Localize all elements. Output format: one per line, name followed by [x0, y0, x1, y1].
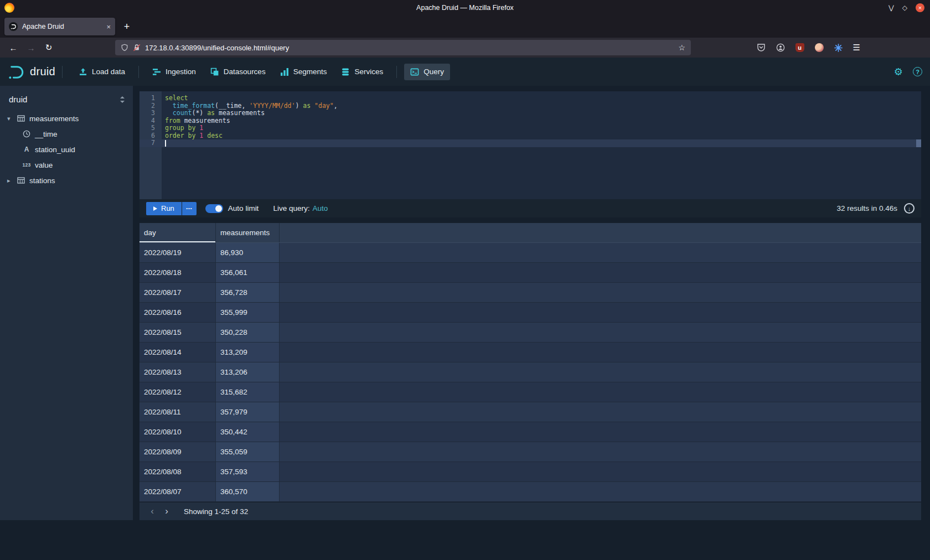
column-header-measurements[interactable]: measurements	[216, 223, 280, 242]
live-query-label: Live query:	[273, 204, 309, 212]
druid-brand[interactable]: druid	[8, 64, 55, 80]
cell-measurements[interactable]: 313,206	[216, 362, 280, 382]
cell-measurements[interactable]: 350,228	[216, 323, 280, 342]
tree-item-value[interactable]: 123value	[0, 157, 133, 173]
cell-measurements[interactable]: 86,930	[216, 243, 280, 262]
druid-favicon	[9, 22, 18, 31]
cell-measurements[interactable]: 356,061	[216, 263, 280, 282]
cell-day[interactable]: 2022/08/08	[140, 462, 216, 481]
tree-item-label: __time	[35, 130, 58, 138]
cell-measurements[interactable]: 315,682	[216, 382, 280, 402]
new-tab-button[interactable]: +	[118, 18, 135, 35]
url-bar[interactable]: 172.18.0.4:30899/unified-console.html#qu…	[115, 40, 691, 55]
double-caret-vertical-icon[interactable]	[120, 96, 125, 103]
column-header-day[interactable]: day	[140, 223, 216, 242]
cell-day[interactable]: 2022/08/10	[140, 422, 216, 442]
cell-measurements[interactable]: 356,728	[216, 283, 280, 302]
cell-measurements[interactable]: 355,999	[216, 303, 280, 322]
tracking-protection-shield-icon[interactable]	[121, 44, 128, 51]
window-titlebar: Apache Druid — Mozilla Firefox ⋁ ◇ ×	[0, 0, 930, 15]
profile-avatar[interactable]	[815, 43, 824, 52]
code-line: count(*) as measurements	[162, 110, 921, 117]
run-bar: Run ••• Auto limit Live query: Auto 32 r…	[140, 199, 921, 217]
tree-item-measurements[interactable]: ▾measurements	[0, 111, 133, 126]
row-filler	[280, 343, 921, 362]
cell-day[interactable]: 2022/08/11	[140, 402, 216, 422]
prev-page-button[interactable]: ‹	[145, 504, 159, 518]
pocket-icon[interactable]	[757, 43, 766, 52]
window-title: Apache Druid — Mozilla Firefox	[416, 4, 514, 12]
url-text[interactable]: 172.18.0.4:30899/unified-console.html#qu…	[145, 44, 674, 52]
cell-day[interactable]: 2022/08/07	[140, 482, 216, 501]
nav-item-ingestion[interactable]: Ingestion	[146, 64, 202, 80]
cell-day[interactable]: 2022/08/16	[140, 303, 216, 322]
menu-icon[interactable]: ☰	[853, 43, 860, 53]
editor-scrollbar[interactable]	[916, 139, 921, 147]
column-header-label: measurements	[220, 229, 270, 237]
nav-item-segments[interactable]: Segments	[274, 64, 333, 80]
table-row: 2022/08/14313,209	[140, 343, 921, 362]
tree-item-station-uuid[interactable]: Astation_uuid	[0, 142, 133, 157]
gutter-line-number: 4	[140, 117, 162, 125]
nav-item-load-data[interactable]: Load data	[73, 64, 131, 80]
cell-day[interactable]: 2022/08/14	[140, 343, 216, 362]
code-line: group by 1	[162, 125, 921, 132]
cell-measurements[interactable]: 360,570	[216, 482, 280, 501]
cell-day[interactable]: 2022/08/12	[140, 382, 216, 402]
window-minimize-button[interactable]: ⋁	[888, 4, 894, 11]
ingestion-icon	[152, 68, 161, 76]
nav-item-label: Load data	[92, 68, 125, 76]
cell-day[interactable]: 2022/08/17	[140, 283, 216, 302]
live-query-value[interactable]: Auto	[312, 204, 328, 212]
run-button[interactable]: Run	[146, 202, 182, 215]
forward-button[interactable]: →	[22, 40, 40, 55]
run-button-label: Run	[161, 204, 174, 212]
window-close-button[interactable]: ×	[916, 3, 924, 12]
chevron-down-icon[interactable]: ▾	[7, 115, 13, 122]
nav-item-query[interactable]: Query	[404, 64, 450, 80]
query-editor[interactable]: 1234567 select time_format(__time, 'YYYY…	[140, 91, 921, 199]
tree-item---time[interactable]: __time	[0, 126, 133, 142]
cell-measurements[interactable]: 313,209	[216, 343, 280, 362]
settings-gear-icon[interactable]: ⚙	[894, 66, 903, 78]
cell-measurements[interactable]: 357,979	[216, 402, 280, 422]
table-row: 2022/08/10350,442	[140, 422, 921, 442]
nav-divider	[396, 66, 397, 78]
nav-item-services[interactable]: Services	[335, 64, 389, 80]
ublock-icon[interactable]: u	[795, 43, 804, 52]
back-button[interactable]: ←	[4, 40, 22, 55]
extension-icon[interactable]	[834, 44, 843, 52]
cell-day[interactable]: 2022/08/09	[140, 442, 216, 462]
cell-day[interactable]: 2022/08/13	[140, 362, 216, 382]
nav-item-datasources[interactable]: Datasources	[204, 64, 272, 80]
cell-measurements[interactable]: 355,059	[216, 442, 280, 462]
chevron-right-icon[interactable]: ▸	[7, 177, 13, 184]
editor-gutter: 1234567	[140, 91, 162, 199]
next-page-button[interactable]: ›	[159, 504, 174, 518]
window-maximize-button[interactable]: ◇	[902, 4, 907, 11]
run-more-button[interactable]: •••	[182, 202, 197, 215]
account-icon[interactable]	[776, 43, 785, 52]
bookmark-star-icon[interactable]: ☆	[678, 43, 685, 52]
cell-measurements[interactable]: 357,593	[216, 462, 280, 481]
row-filler	[280, 482, 921, 501]
cell-day[interactable]: 2022/08/15	[140, 323, 216, 342]
cell-day[interactable]: 2022/08/19	[140, 243, 216, 262]
segments-icon	[280, 68, 289, 76]
cell-day[interactable]: 2022/08/18	[140, 263, 216, 282]
table-row: 2022/08/07360,570	[140, 482, 921, 502]
tree-item-label: value	[35, 161, 53, 169]
results-body: 2022/08/1986,9302022/08/18356,0612022/08…	[140, 243, 921, 502]
auto-limit-toggle[interactable]	[205, 204, 223, 213]
reload-button[interactable]: ↻	[40, 40, 58, 55]
insecure-lock-icon[interactable]	[133, 44, 141, 51]
help-icon[interactable]: ?	[913, 67, 922, 76]
cell-measurements[interactable]: 350,442	[216, 422, 280, 442]
tree-item-stations[interactable]: ▸stations	[0, 173, 133, 188]
play-icon	[153, 206, 157, 211]
editor-code[interactable]: select time_format(__time, 'YYYY/MM/dd')…	[162, 91, 921, 199]
browser-tab[interactable]: Apache Druid ×	[4, 18, 115, 35]
nav-item-label: Segments	[293, 68, 327, 76]
tab-close-icon[interactable]: ×	[106, 23, 111, 31]
download-results-icon[interactable]: ↓	[904, 203, 914, 214]
